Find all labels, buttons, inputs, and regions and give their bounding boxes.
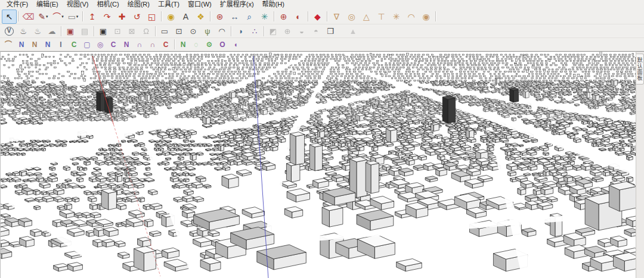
select-tool-button[interactable]: ↖ (2, 10, 17, 24)
bezier-segment-button[interactable]: I (54, 39, 67, 50)
sandbox-add-detail-button[interactable]: ◠ (404, 10, 419, 24)
teardrop-tool-icon: ◖ (233, 41, 237, 48)
bezier-classic-button[interactable]: N (41, 39, 54, 50)
cap-arc-alt-button[interactable]: ∩ (146, 39, 159, 50)
toolbar-separator (82, 11, 83, 21)
eraser-tool-button[interactable]: ⌫ (21, 10, 36, 24)
zoom-extents-tool-button[interactable]: ✳ (257, 10, 272, 24)
dashed-circle-tool-button[interactable]: ◌ (190, 39, 203, 50)
curve-edit-icon: N (181, 41, 186, 48)
sandbox-smoove-button[interactable]: △ (359, 10, 374, 24)
menu-帮助[interactable]: 帮助(H) (258, 0, 289, 9)
vray-render-icon: ♨ (20, 27, 27, 35)
3d-warehouse-button[interactable]: ◆ (310, 10, 325, 24)
orbit-tool-button[interactable]: ⊛ (212, 10, 227, 24)
vray-rect-light-icon: ▭ (161, 27, 168, 35)
sandbox-drape-button[interactable]: ✳ (389, 10, 404, 24)
vray-render-interactive-button[interactable]: ♨ (30, 25, 45, 38)
vray-spot-light-button[interactable]: ⊙ (186, 25, 200, 38)
bezier-curve-button[interactable]: N (15, 39, 28, 50)
vray-render-window-button: ⊡ (110, 25, 125, 38)
follow-me-tool-icon: ↷ (104, 13, 111, 21)
chevron-down-icon[interactable]: ▾ (46, 14, 48, 19)
sandbox-from-contours-button[interactable]: ∇ (329, 10, 344, 24)
curve-settings-wrench-button[interactable]: ⚙ (203, 39, 216, 50)
cap-arc-alt-icon: ∩ (150, 41, 156, 48)
vray-scatter-button[interactable]: ∴ (247, 25, 262, 38)
look-around-tool-button[interactable]: ◐ (291, 10, 306, 24)
sketchup-window: 文件(F)编辑(E)视图(V)相机(C)绘图(R)工具(T)窗口(W)扩展程序(… (0, 0, 644, 278)
chevron-down-icon[interactable]: ▾ (76, 14, 79, 19)
sandbox-flip-edge-button[interactable]: ◉ (419, 10, 434, 24)
oval-tool-button[interactable]: O (216, 39, 229, 50)
vray-batch-render-button: ▤ (78, 25, 92, 38)
menu-工具[interactable]: 工具(T) (154, 0, 184, 9)
c-curve-button[interactable]: C (107, 39, 120, 50)
follow-me-tool-button[interactable]: ↷ (100, 10, 114, 24)
c-curve-red-icon: C (163, 41, 169, 48)
tape-measure-tool-button[interactable]: ◉ (163, 10, 178, 24)
move-tool-button[interactable]: ✚ (114, 10, 129, 24)
vray-render-window-icon: ⊡ (114, 27, 121, 35)
vray-cloud-render-button[interactable]: ☁ (45, 25, 59, 38)
menu-窗口[interactable]: 窗口(W) (184, 0, 216, 9)
vray-infinite-plane-button[interactable]: ◑ (233, 25, 247, 38)
push-pull-tool-button[interactable]: ↥ (85, 10, 100, 24)
vray-omni-light-button[interactable]: ⊡ (172, 25, 186, 38)
rotate-tool-button[interactable]: ↺ (129, 10, 144, 24)
menu-相机[interactable]: 相机(C) (92, 0, 123, 9)
paint-bucket-tool-button[interactable]: ❖ (193, 10, 208, 24)
chevron-down-icon[interactable]: ▾ (61, 14, 64, 19)
vray-mesh-light-button[interactable]: ◠ (215, 25, 229, 38)
cap-arc-button[interactable]: ∩ (133, 39, 146, 50)
vray-logo-button[interactable]: V (2, 25, 16, 38)
freehand-spline-button[interactable]: ⌒ (2, 39, 15, 50)
arc-tool-icon: ⌒ (52, 13, 61, 21)
c-curve-red-button[interactable]: C (159, 39, 172, 50)
position-camera-tool-button[interactable]: ⊕ (276, 10, 291, 24)
n-spline-button[interactable]: N (120, 39, 133, 50)
toolbar-separator (231, 26, 231, 36)
pan-tool-button[interactable]: ↔ (227, 10, 242, 24)
arc-tool-button[interactable]: ⌒▾ (51, 10, 66, 24)
rotate-tool-icon: ↺ (134, 13, 141, 21)
sandbox-flip-edge-icon: ◉ (422, 13, 429, 21)
text-tool-button[interactable]: A (178, 10, 193, 24)
toolbar-separator (61, 26, 61, 36)
menu-编辑[interactable]: 编辑(E) (32, 0, 63, 9)
menu-扩展程序[interactable]: 扩展程序(x) (216, 0, 258, 9)
vray-asset-editor-button[interactable]: ▣ (96, 25, 110, 38)
arc-curve-green-button[interactable]: C (67, 39, 80, 50)
menu-视图[interactable]: 视图(V) (63, 0, 93, 9)
toolbar-separator (94, 26, 94, 36)
scale-tool-button[interactable]: ◱ (144, 10, 159, 24)
zoom-tool-button[interactable]: ⌕ (242, 10, 257, 24)
vray-cloud-window-button: ⊠ (125, 25, 139, 38)
line-tool-button[interactable]: ✎▾ (36, 10, 51, 24)
bezier-polyline-icon: N (32, 41, 38, 48)
vray-proxy-sphere-button: ⊕ (280, 25, 295, 38)
city-model (1, 52, 636, 278)
vray-fur-button[interactable]: ψ (200, 25, 215, 38)
move-tool-icon: ✚ (119, 13, 126, 21)
vray-render-button[interactable]: ♨ (16, 25, 30, 38)
bezier-polyline-button[interactable]: N (28, 39, 41, 50)
spiral-curve-button[interactable]: ◎ (94, 39, 107, 50)
rounded-rectangle-button[interactable]: ▢ (80, 39, 94, 50)
vray-proxy-cube-button[interactable]: ❒ (323, 25, 338, 38)
bezier-segment-icon: I (60, 41, 61, 48)
teardrop-tool-button[interactable]: ◖ (229, 39, 242, 50)
viewport-3d-city[interactable] (0, 51, 636, 278)
cap-arc-icon: ∩ (137, 41, 143, 48)
vray-proxy-sphere-icon: ⊕ (284, 27, 291, 35)
menu-文件[interactable]: 文件(F) (2, 0, 32, 9)
curve-edit-button[interactable]: N (177, 39, 190, 50)
vray-rect-light-button[interactable]: ▭ (157, 25, 172, 38)
default-tray-tab[interactable]: 默认面板 (636, 54, 644, 85)
sandbox-from-scratch-button[interactable]: ◎ (344, 10, 359, 24)
menu-绘图[interactable]: 绘图(R) (123, 0, 154, 9)
vray-frame-buffer-button[interactable]: ▣ (63, 25, 78, 38)
rectangle-tool-button[interactable]: ▭▾ (66, 10, 80, 24)
sandbox-stamp-button[interactable]: ⊤ (374, 10, 389, 24)
eraser-tool-icon: ⌫ (23, 13, 35, 21)
